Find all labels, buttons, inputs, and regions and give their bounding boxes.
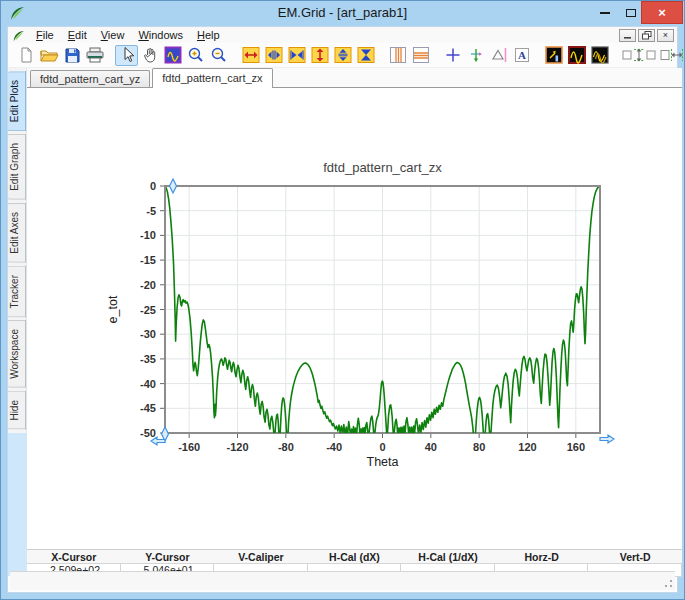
expand-vertical-button[interactable] (331, 45, 354, 66)
expand-horizontal-button[interactable] (262, 45, 285, 66)
vertical-spacing-button[interactable] (620, 45, 658, 66)
toolbar: ALayout▾ (8, 43, 677, 68)
side-tab-workspace[interactable]: Workspace (8, 320, 26, 388)
status-label-horz-d: Horz-D (495, 550, 589, 563)
side-tab-tracker[interactable]: Tracker (8, 266, 26, 318)
svg-text:120: 120 (518, 441, 536, 453)
menu-bar: FileEditViewWindowsHelp × (8, 27, 677, 43)
document-area: fdtd_pattern_cart_yzfdtd_pattern_cart_zx… (26, 68, 682, 576)
chart-title: fdtd_pattern_cart_zx (323, 160, 442, 175)
status-label-x-cursor: X-Cursor (27, 550, 121, 563)
save-file-button[interactable] (60, 45, 83, 66)
svg-text:-40: -40 (140, 378, 156, 390)
svg-text:-45: -45 (140, 402, 156, 414)
compress-horizontal-button[interactable] (285, 45, 308, 66)
mdi-window-buttons: × (619, 29, 677, 42)
svg-text:0: 0 (150, 180, 156, 192)
stretch-vertical-button[interactable] (308, 45, 331, 66)
crosshair-button[interactable] (441, 45, 464, 66)
menu-item-view[interactable]: View (94, 29, 132, 41)
axes-marker-button[interactable] (464, 45, 487, 66)
pan-hand-button[interactable] (138, 45, 161, 66)
side-tab-strip: Edit PlotsEdit GraphEdit AxesTrackerWork… (8, 68, 26, 576)
y-axis-label: e_tot (106, 295, 120, 323)
horizontal-grid-button[interactable] (409, 45, 432, 66)
svg-text:160: 160 (567, 441, 585, 453)
curves-dark-button[interactable] (588, 45, 611, 66)
horizontal-spacing-button[interactable] (658, 45, 685, 66)
svg-text:-40: -40 (326, 441, 342, 453)
delta-marker-button[interactable] (487, 45, 510, 66)
svg-text:-25: -25 (140, 304, 156, 316)
zoom-in-button[interactable] (184, 45, 207, 66)
svg-text:-120: -120 (226, 441, 248, 453)
app-window: EM.Grid - [art_parab1] × FileEditViewWin… (0, 0, 685, 600)
zoom-box-button[interactable] (161, 45, 184, 66)
vertical-grid-button[interactable] (386, 45, 409, 66)
svg-text:-5: -5 (146, 205, 156, 217)
document-tab-bar: fdtd_pattern_cart_yzfdtd_pattern_cart_zx (27, 68, 682, 88)
svg-text:-10: -10 (140, 229, 156, 241)
menu-item-windows[interactable]: Windows (131, 29, 190, 41)
side-tab-edit-graph[interactable]: Edit Graph (8, 134, 26, 200)
svg-text:A: A (518, 49, 526, 61)
side-tab-edit-axes[interactable]: Edit Axes (8, 203, 26, 263)
cursor-arrow-right (600, 435, 614, 443)
client-area: FileEditViewWindowsHelp × ALayout▾ Edit … (7, 26, 678, 593)
status-label-h-cal-1-dx-: H-Cal (1/dX) (401, 550, 495, 563)
chart[interactable]: -160-120-80-40040801201600-5-10-15-20-25… (27, 88, 682, 549)
new-document-button[interactable] (14, 45, 37, 66)
main-content: Edit PlotsEdit GraphEdit AxesTrackerWork… (8, 68, 677, 576)
status-label-vert-d: Vert-D (588, 550, 682, 563)
svg-text:-80: -80 (278, 441, 294, 453)
document-logo-icon (12, 29, 25, 42)
svg-text:0: 0 (379, 441, 385, 453)
compress-vertical-button[interactable] (354, 45, 377, 66)
svg-text:-30: -30 (140, 328, 156, 340)
curve-dark-button[interactable] (565, 45, 588, 66)
app-status-bar (10, 571, 675, 590)
text-annotation-button[interactable]: A (510, 45, 533, 66)
side-tab-filler (8, 433, 26, 576)
svg-text:40: 40 (425, 441, 437, 453)
x-axis-label: Theta (367, 455, 399, 469)
mdi-close-button[interactable]: × (657, 29, 674, 42)
mdi-restore-button[interactable] (638, 29, 655, 42)
plot-panel[interactable]: -160-120-80-40040801201600-5-10-15-20-25… (27, 88, 682, 549)
document-tab-fdtd_pattern_cart_yz[interactable]: fdtd_pattern_cart_yz (30, 70, 150, 87)
document-tab-fdtd_pattern_cart_zx[interactable]: fdtd_pattern_cart_zx (152, 68, 272, 88)
mdi-minimize-button[interactable] (619, 29, 636, 42)
menu-items: FileEditViewWindowsHelp (29, 29, 227, 41)
side-tab-edit-plots[interactable]: Edit Plots (8, 71, 26, 131)
resize-grip[interactable] (661, 576, 673, 588)
svg-text:-160: -160 (178, 441, 200, 453)
stretch-horizontal-button[interactable] (239, 45, 262, 66)
print-button[interactable] (83, 45, 106, 66)
menu-item-edit[interactable]: Edit (61, 29, 94, 41)
title-bar: EM.Grid - [art_parab1] × (1, 1, 684, 26)
svg-text:80: 80 (473, 441, 485, 453)
status-label-v-caliper: V-Caliper (214, 550, 308, 563)
open-file-button[interactable] (37, 45, 60, 66)
svg-text:-35: -35 (140, 353, 156, 365)
status-label-h-cal-dx-: H-Cal (dX) (308, 550, 402, 563)
svg-text:-20: -20 (140, 279, 156, 291)
zoom-out-button[interactable] (207, 45, 230, 66)
menu-item-file[interactable]: File (29, 29, 61, 41)
close-button[interactable]: × (641, 1, 683, 24)
window-title: EM.Grid - [art_parab1] (1, 5, 684, 20)
svg-text:-50: -50 (140, 427, 156, 439)
svg-text:-15: -15 (140, 254, 156, 266)
marker-dark-button[interactable] (542, 45, 565, 66)
side-tab-hide[interactable]: Hide (8, 391, 26, 430)
status-label-y-cursor: Y-Cursor (121, 550, 215, 563)
select-cursor-button[interactable] (115, 45, 138, 66)
menu-item-help[interactable]: Help (190, 29, 227, 41)
